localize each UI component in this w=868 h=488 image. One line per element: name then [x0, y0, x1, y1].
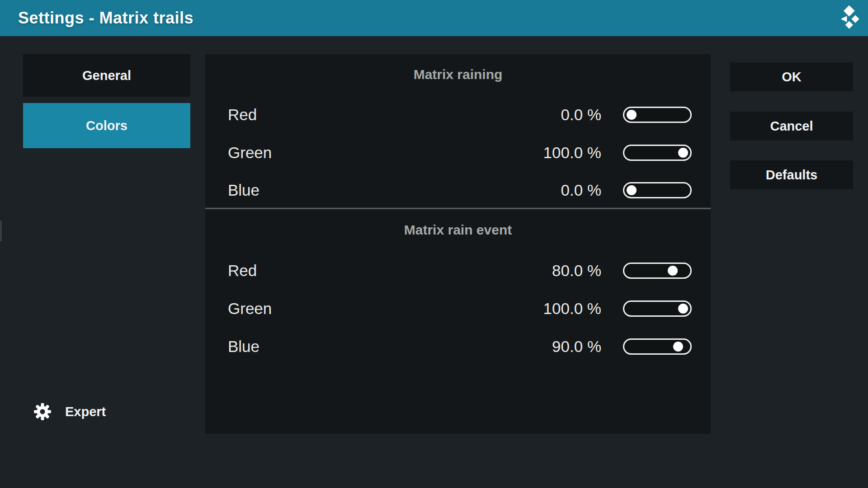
- group-title-matrix-raining: Matrix raining: [205, 63, 711, 86]
- scrollbar-hint: [0, 221, 2, 241]
- setting-row[interactable]: Blue 0.0 %: [205, 178, 711, 203]
- setting-value: 0.0 %: [561, 181, 602, 199]
- button-label: OK: [782, 70, 802, 84]
- setting-value: 90.0 %: [552, 338, 601, 356]
- window-title: Settings - Matrix trails: [18, 0, 193, 36]
- slider-knob[interactable]: [673, 342, 683, 352]
- blue-slider[interactable]: [623, 182, 692, 198]
- setting-label: Blue: [228, 181, 259, 199]
- red-slider[interactable]: [623, 107, 692, 123]
- setting-label: Red: [228, 106, 257, 124]
- setting-value: 100.0 %: [543, 300, 601, 318]
- slider-knob[interactable]: [678, 304, 688, 314]
- slider-knob[interactable]: [627, 185, 637, 195]
- red-slider[interactable]: [623, 263, 692, 279]
- button-label: Defaults: [766, 168, 817, 183]
- settings-panel: Matrix raining Red 0.0 % Green 100.0 % B…: [205, 54, 711, 434]
- sidebar-item-label: Colors: [86, 118, 127, 133]
- kodi-logo-icon: [833, 4, 861, 32]
- slider-knob[interactable]: [668, 266, 678, 276]
- setting-label: Blue: [228, 338, 259, 356]
- setting-row[interactable]: Green 100.0 %: [205, 140, 711, 165]
- sidebar-item-colors[interactable]: Colors: [23, 103, 190, 148]
- setting-row[interactable]: Green 100.0 %: [205, 296, 711, 321]
- setting-label: Red: [228, 262, 257, 280]
- button-label: Cancel: [770, 119, 813, 134]
- group-title-matrix-rain-event: Matrix rain event: [205, 219, 711, 241]
- setting-row[interactable]: Blue 90.0 %: [205, 334, 711, 359]
- sidebar-item-general[interactable]: General: [23, 54, 190, 97]
- settings-level-toggle[interactable]: Expert: [33, 399, 106, 424]
- gear-icon: [33, 403, 52, 421]
- setting-value: 80.0 %: [552, 262, 601, 280]
- group-divider: [205, 207, 711, 209]
- setting-row[interactable]: Red 80.0 %: [205, 258, 711, 283]
- green-slider[interactable]: [623, 145, 692, 161]
- settings-level-label: Expert: [65, 404, 106, 419]
- setting-row[interactable]: Red 0.0 %: [205, 102, 711, 127]
- sidebar-item-label: General: [82, 68, 131, 83]
- green-slider[interactable]: [623, 300, 692, 317]
- slider-knob[interactable]: [678, 148, 688, 158]
- defaults-button[interactable]: Defaults: [730, 160, 853, 189]
- setting-label: Green: [228, 144, 272, 162]
- blue-slider[interactable]: [623, 338, 692, 355]
- setting-value: 100.0 %: [543, 144, 601, 162]
- cancel-button[interactable]: Cancel: [730, 112, 853, 141]
- title-bar: Settings - Matrix trails: [0, 0, 868, 36]
- setting-value: 0.0 %: [561, 106, 602, 124]
- slider-knob[interactable]: [627, 110, 637, 120]
- setting-label: Green: [228, 300, 272, 318]
- ok-button[interactable]: OK: [730, 62, 853, 91]
